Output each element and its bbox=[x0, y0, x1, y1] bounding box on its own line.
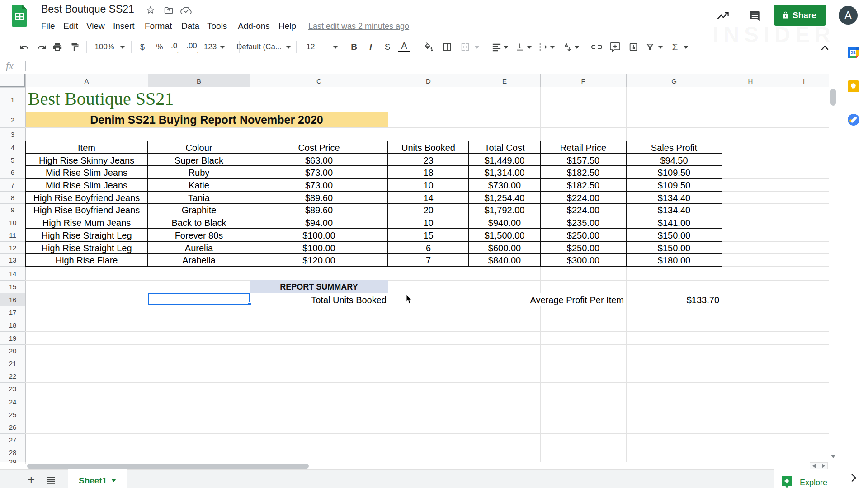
svg-text:31: 31 bbox=[851, 50, 856, 55]
